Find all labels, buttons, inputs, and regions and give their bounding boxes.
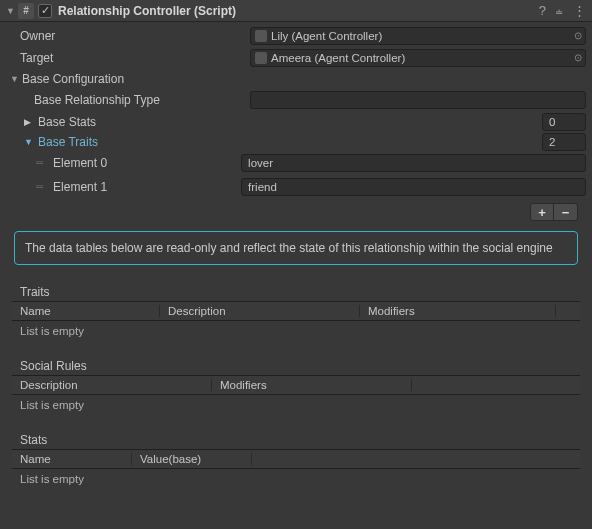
table-header: Name Value(base) [12,449,580,469]
base-stats-foldout[interactable]: ▶ Base Stats 0 [6,112,586,132]
drag-handle-icon[interactable]: ═ [36,183,43,191]
owner-field[interactable]: Lily (Agent Controller) ⊙ [250,27,586,45]
chevron-right-icon: ▶ [24,117,38,127]
help-icon[interactable]: ? [539,3,546,18]
base-stats-label: Base Stats [38,115,542,129]
element-label: Element 1 [53,180,241,194]
list-item: ═ Element 0 lover [6,152,586,174]
object-icon [255,52,267,64]
table-header: Name Description Modifiers [12,301,580,321]
object-picker-icon[interactable]: ⊙ [574,52,582,63]
base-config-label: Base Configuration [22,72,124,86]
traits-title: Traits [6,281,586,301]
preset-icon[interactable]: ⫨ [554,5,565,17]
base-config-foldout[interactable]: Base Configuration [6,70,586,88]
base-stats-count[interactable]: 0 [542,113,586,131]
owner-value: Lily (Agent Controller) [271,30,581,42]
owner-label: Owner [20,29,55,43]
base-rel-type-label: Base Relationship Type [34,93,160,107]
target-field[interactable]: Ameera (Agent Controller) ⊙ [250,49,586,67]
chevron-down-icon [10,74,22,84]
table-empty: List is empty [12,469,580,489]
list-item: ═ Element 1 friend [6,176,586,198]
context-menu-icon[interactable]: ⋮ [573,4,586,17]
base-rel-type-row: Base Relationship Type [6,90,586,110]
component-header: # Relationship Controller (Script) ? ⫨ ⋮ [0,0,592,22]
drag-handle-icon[interactable]: ═ [36,159,43,167]
th-name[interactable]: Name [12,305,160,317]
enabled-checkbox[interactable] [38,4,52,18]
table-header: Description Modifiers [12,375,580,395]
target-label: Target [20,51,53,65]
table-empty: List is empty [12,395,580,415]
owner-row: Owner Lily (Agent Controller) ⊙ [6,26,586,46]
add-button[interactable]: + [530,203,554,221]
list-controls: + − [6,200,586,225]
th-description[interactable]: Description [160,305,360,317]
element-value-field[interactable]: friend [241,178,586,196]
element-value-field[interactable]: lover [241,154,586,172]
social-rules-title: Social Rules [6,355,586,375]
base-traits-foldout[interactable]: ▼ Base Traits 2 [6,132,586,152]
base-traits-count[interactable]: 2 [542,133,586,151]
script-icon: # [18,3,34,19]
stats-title: Stats [6,429,586,449]
table-empty: List is empty [12,321,580,341]
component-title: Relationship Controller (Script) [58,4,539,18]
th-name[interactable]: Name [12,453,132,465]
traits-table: Name Description Modifiers List is empty [12,301,580,341]
object-icon [255,30,267,42]
th-description[interactable]: Description [12,379,212,391]
base-rel-type-field[interactable] [250,91,586,109]
chevron-down-icon: ▼ [24,137,38,147]
target-row: Target Ameera (Agent Controller) ⊙ [6,48,586,68]
object-picker-icon[interactable]: ⊙ [574,30,582,41]
element-label: Element 0 [53,156,241,170]
target-value: Ameera (Agent Controller) [271,52,581,64]
info-box: The data tables below are read-only and … [14,231,578,265]
th-modifiers[interactable]: Modifiers [360,305,556,317]
remove-button[interactable]: − [554,203,578,221]
th-value[interactable]: Value(base) [132,453,252,465]
stats-table: Name Value(base) List is empty [12,449,580,489]
social-rules-table: Description Modifiers List is empty [12,375,580,415]
th-modifiers[interactable]: Modifiers [212,379,412,391]
base-traits-label: Base Traits [38,135,542,149]
foldout-icon[interactable] [6,6,18,16]
